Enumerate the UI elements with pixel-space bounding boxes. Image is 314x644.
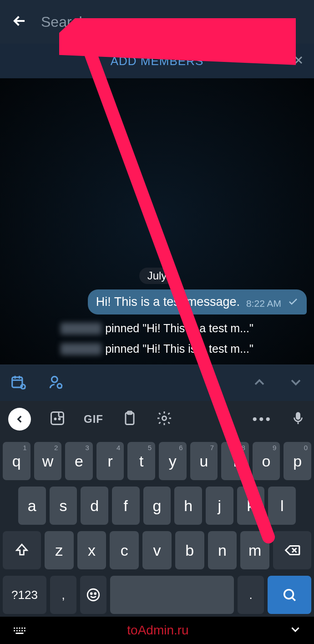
key-a[interactable]: a — [18, 487, 46, 525]
svg-rect-20 — [14, 630, 15, 631]
message-text: Hi! This is a test message. — [96, 295, 240, 309]
svg-point-13 — [95, 593, 96, 594]
svg-point-9 — [162, 416, 167, 421]
key-z[interactable]: z — [45, 531, 74, 569]
search-header — [0, 0, 314, 44]
key-x[interactable]: x — [77, 531, 106, 569]
virtual-keyboard: q1w2e3r4t5y6u7i8o9p0 asdfghjkl zxcvbnm ?… — [0, 437, 314, 617]
backspace-key[interactable] — [273, 531, 311, 569]
message-bubble[interactable]: Hi! This is a test message. 8:22 AM — [88, 289, 307, 314]
key-q[interactable]: q1 — [3, 442, 30, 480]
svg-rect-23 — [21, 630, 23, 631]
nav-up-icon[interactable] — [251, 374, 268, 392]
add-members-banner[interactable]: ADD MEMBERS — [0, 44, 314, 78]
more-icon[interactable]: ••• — [252, 411, 272, 427]
svg-point-6 — [59, 418, 60, 420]
key-v[interactable]: v — [142, 531, 172, 569]
emoji-key[interactable] — [80, 576, 106, 614]
search-key[interactable] — [268, 576, 311, 614]
redacted-name — [61, 343, 101, 355]
svg-rect-22 — [19, 630, 20, 631]
symbols-key[interactable]: ?123 — [3, 576, 46, 614]
key-d[interactable]: d — [81, 487, 108, 525]
key-b[interactable]: b — [175, 531, 204, 569]
key-p[interactable]: p0 — [284, 442, 311, 480]
kbd-chevron-left-icon[interactable] — [8, 408, 31, 431]
redacted-name — [61, 323, 101, 335]
pinned-message-1[interactable]: pinned "Hi! This is a test m..." — [54, 320, 260, 337]
period-key[interactable]: . — [238, 576, 264, 614]
keyboard-switcher-icon[interactable] — [12, 622, 27, 639]
svg-point-12 — [91, 593, 92, 594]
chevron-down-icon[interactable] — [289, 623, 302, 638]
key-i[interactable]: i8 — [221, 442, 249, 480]
svg-point-2 — [52, 376, 58, 382]
navigation-bar: toAdmin.ru — [0, 617, 314, 644]
sent-check-icon — [288, 296, 299, 309]
key-k[interactable]: k — [237, 487, 265, 525]
key-l[interactable]: l — [268, 487, 296, 525]
pinned-message-2[interactable]: pinned "Hi! This is a test m..." — [54, 340, 260, 357]
close-icon[interactable] — [292, 54, 305, 68]
message-time: 8:22 AM — [246, 298, 281, 309]
svg-rect-17 — [19, 628, 20, 629]
clipboard-icon[interactable] — [122, 410, 138, 428]
svg-rect-25 — [16, 633, 24, 634]
svg-rect-21 — [16, 630, 18, 631]
key-w[interactable]: w2 — [34, 442, 62, 480]
nav-down-icon[interactable] — [288, 374, 304, 392]
key-t[interactable]: t5 — [127, 442, 155, 480]
shift-key[interactable] — [3, 531, 41, 569]
key-j[interactable]: j — [206, 487, 233, 525]
svg-rect-4 — [51, 412, 64, 425]
svg-rect-18 — [21, 628, 23, 629]
key-s[interactable]: s — [50, 487, 77, 525]
back-arrow-icon[interactable] — [11, 12, 28, 31]
calendar-search-icon[interactable] — [10, 374, 27, 393]
space-key[interactable] — [110, 576, 234, 614]
key-h[interactable]: h — [174, 487, 202, 525]
svg-rect-19 — [24, 628, 25, 629]
gif-button[interactable]: GIF — [84, 413, 103, 426]
key-m[interactable]: m — [240, 531, 269, 569]
key-g[interactable]: g — [143, 487, 171, 525]
message-row: Hi! This is a test message. 8:22 AM — [0, 289, 314, 314]
pinned-text: pinned "Hi! This is a test m..." — [105, 342, 253, 355]
gear-icon[interactable] — [156, 410, 172, 428]
add-members-label: ADD MEMBERS — [111, 54, 204, 68]
key-f[interactable]: f — [112, 487, 140, 525]
watermark-domain: toAdmin.ru — [127, 623, 188, 638]
microphone-icon[interactable] — [290, 411, 306, 428]
svg-rect-16 — [16, 628, 18, 629]
sticker-icon[interactable] — [49, 410, 66, 428]
svg-point-5 — [55, 418, 56, 420]
svg-rect-15 — [14, 628, 15, 629]
key-u[interactable]: u7 — [190, 442, 218, 480]
key-r[interactable]: r4 — [96, 442, 124, 480]
chat-area: July Hi! This is a test message. 8:22 AM… — [0, 78, 314, 365]
svg-rect-24 — [24, 630, 25, 631]
comma-key[interactable]: , — [50, 576, 76, 614]
pinned-text: pinned "Hi! This is a test m..." — [105, 322, 253, 335]
search-input[interactable] — [41, 14, 303, 30]
keyboard-toolbar: GIF ••• — [0, 401, 314, 437]
svg-point-11 — [87, 589, 99, 601]
svg-point-14 — [284, 590, 294, 599]
key-c[interactable]: c — [110, 531, 139, 569]
svg-rect-10 — [296, 412, 300, 420]
date-separator: July — [139, 268, 175, 284]
key-o[interactable]: o9 — [253, 442, 280, 480]
search-toolbar — [0, 365, 314, 401]
key-n[interactable]: n — [208, 531, 237, 569]
key-e[interactable]: e3 — [65, 442, 93, 480]
user-search-icon[interactable] — [47, 374, 65, 393]
key-y[interactable]: y6 — [159, 442, 187, 480]
